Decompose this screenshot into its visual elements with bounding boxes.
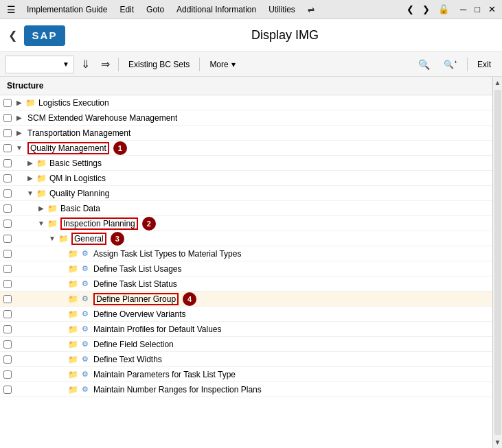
expand-all-button[interactable]: ⇓ (77, 55, 94, 73)
tree-row[interactable]: ▼Quality Management1 (0, 141, 492, 156)
scroll-down-icon[interactable]: ▼ (492, 436, 502, 448)
row-icons: 📁 (25, 97, 36, 108)
tree-row[interactable]: ▶📁Logistics Execution (0, 95, 492, 110)
filter-dropdown[interactable]: ▼ (5, 56, 74, 73)
expand-icon[interactable]: ▶ (14, 99, 25, 106)
row-label: Basic Settings (49, 158, 102, 168)
restore-button[interactable]: □ (471, 3, 483, 16)
row-indent: ▼ (14, 189, 36, 197)
row-icons: 📁⚙ (67, 369, 91, 380)
checkbox-input[interactable] (3, 370, 12, 379)
row-checkbox (1, 174, 14, 182)
checkbox-input[interactable] (3, 114, 12, 122)
checkbox-input[interactable] (3, 129, 12, 137)
tree-row[interactable]: ▶📁Basic Data (0, 201, 492, 216)
tree-row[interactable]: 📁⚙Define Task List Status (0, 276, 492, 292)
tree-row[interactable]: ▶📁QM in Logistics (0, 171, 492, 186)
search-button[interactable]: 🔍 (413, 56, 435, 73)
menubar-item-edit[interactable]: Edit (114, 2, 139, 17)
folder-icon: 📁 (47, 203, 58, 214)
expand-icon[interactable]: ▶ (25, 174, 36, 182)
lock-icon[interactable]: 🔓 (435, 3, 453, 16)
hamburger-icon[interactable]: ☰ (3, 1, 20, 18)
checkbox-input[interactable] (3, 174, 12, 182)
row-label: Assign Task List Types to Material Types (93, 249, 241, 259)
tree-row[interactable]: 📁⚙Maintain Number Ranges for Inspection … (0, 382, 492, 397)
checkbox-input[interactable] (3, 310, 12, 318)
nav-back-button[interactable]: ❮ (403, 3, 418, 16)
collapse-button[interactable]: ⇒ (97, 55, 114, 73)
tree-row[interactable]: 📁⚙Assign Task List Types to Material Typ… (0, 246, 492, 261)
row-checkbox (1, 114, 14, 122)
row-icons: 📁⚙ (67, 248, 91, 259)
checkbox-input[interactable] (3, 280, 12, 288)
checkbox-input[interactable] (3, 355, 12, 364)
checkbox-input[interactable] (3, 189, 12, 198)
menubar-item-special[interactable]: ⇌ (302, 2, 320, 17)
tree-row[interactable]: ▶📁Basic Settings (0, 156, 492, 171)
row-checkbox (1, 355, 14, 364)
tree-row[interactable]: ▼📁Quality Planning (0, 186, 492, 201)
expand-icon[interactable]: ▼ (25, 189, 36, 197)
tree-row[interactable]: ▶Transportation Management (0, 126, 492, 141)
expand-icon[interactable]: ▶ (36, 204, 47, 212)
expand-icon[interactable]: ▼ (14, 144, 25, 152)
tree-row[interactable]: 📁⚙Define Overview Variants (0, 307, 492, 322)
more-button[interactable]: More ▾ (204, 57, 240, 72)
checkbox-input[interactable] (3, 340, 12, 349)
row-checkbox (1, 295, 14, 303)
checkbox-input[interactable] (3, 159, 12, 167)
folder-icon: 📁 (58, 233, 69, 244)
exit-button[interactable]: Exit (472, 57, 497, 72)
nav-forward-button[interactable]: ❯ (419, 3, 433, 16)
search-config-button[interactable]: 🔍+ (438, 56, 463, 72)
checkbox-input[interactable] (3, 144, 12, 152)
tree-row[interactable]: 📁⚙Define Task List Usages (0, 261, 492, 276)
tree-row[interactable]: 📁⚙Define Planner Group4 (0, 292, 492, 307)
row-icons: 📁⚙ (67, 263, 91, 274)
settings-icon: ⚙ (80, 324, 91, 335)
tree-row[interactable]: 📁⚙Maintain Parameters for Task List Type (0, 367, 492, 382)
bc-sets-button[interactable]: Existing BC Sets (123, 57, 195, 72)
row-icons: 📁 (47, 218, 58, 229)
expand-icon[interactable]: ▼ (36, 220, 47, 227)
row-label: Logistics Execution (38, 98, 109, 108)
checkbox-input[interactable] (3, 220, 12, 228)
tree-row[interactable]: ▼📁General3 (0, 231, 492, 246)
tree-row[interactable]: 📁⚙Define Text Widths (0, 352, 492, 367)
close-button[interactable]: ✕ (485, 3, 499, 16)
expand-icon[interactable]: ▼ (47, 235, 58, 242)
menubar-item-goto[interactable]: Goto (141, 2, 170, 17)
page-title: Display IMG (76, 28, 494, 43)
tree-row[interactable]: ▶SCM Extended Warehouse Management (0, 110, 492, 126)
scroll-track[interactable] (494, 90, 501, 435)
checkbox-input[interactable] (3, 204, 12, 213)
row-indent: ▶ (14, 129, 25, 137)
scrollbar[interactable]: ▲ ▼ (492, 77, 502, 448)
tree-row[interactable]: ▼📁Inspection Planning2 (0, 216, 492, 231)
checkbox-input[interactable] (3, 386, 12, 394)
menubar-item-utilities[interactable]: Utilities (263, 2, 301, 17)
row-indent: ▶ (14, 99, 25, 106)
checkbox-input[interactable] (3, 250, 12, 258)
checkbox-input[interactable] (3, 325, 12, 333)
folder-icon: 📁 (67, 369, 78, 380)
tree-row[interactable]: 📁⚙Define Field Selection (0, 337, 492, 352)
expand-icon[interactable]: ▶ (14, 114, 25, 121)
checkbox-input[interactable] (3, 99, 12, 107)
back-button[interactable]: ❮ (8, 29, 17, 42)
minimize-button[interactable]: ─ (457, 3, 470, 16)
expand-icon[interactable]: ▶ (25, 159, 36, 167)
scroll-up-icon[interactable]: ▲ (492, 77, 502, 89)
folder-icon: 📁 (47, 218, 58, 229)
menubar-item-additional-information[interactable]: Additional Information (171, 2, 262, 17)
checkbox-input[interactable] (3, 295, 12, 303)
menubar-item-implementation-guide[interactable]: Implementation Guide (21, 2, 113, 17)
expand-icon[interactable]: ▶ (14, 129, 25, 137)
row-indent: ▶ (14, 174, 36, 182)
row-checkbox (1, 159, 14, 167)
checkbox-input[interactable] (3, 235, 12, 243)
row-checkbox (1, 280, 14, 288)
tree-row[interactable]: 📁⚙Maintain Profiles for Default Values (0, 322, 492, 337)
checkbox-input[interactable] (3, 265, 12, 273)
